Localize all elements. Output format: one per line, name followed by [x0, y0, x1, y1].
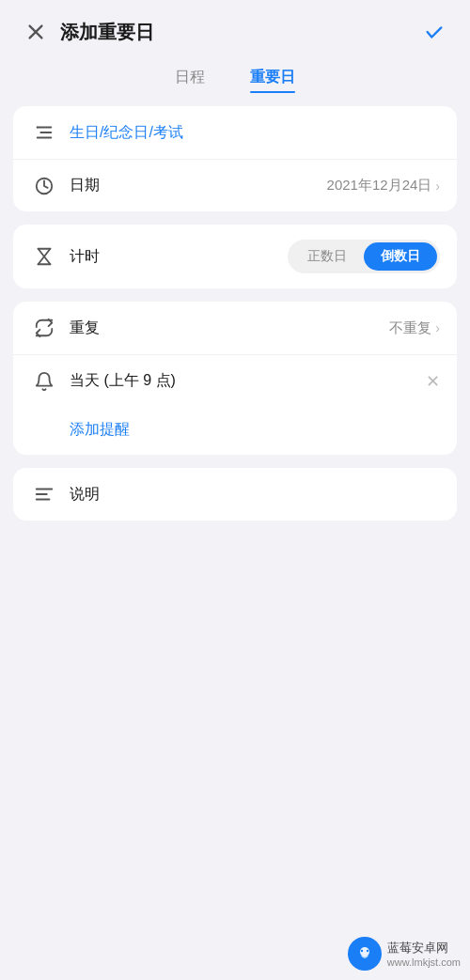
title-row	[13, 106, 457, 159]
confirm-button[interactable]	[419, 17, 449, 47]
clock-icon	[30, 176, 58, 196]
svg-point-12	[367, 950, 368, 952]
repeat-row[interactable]: 重复 不重复 ›	[13, 302, 457, 354]
date-value: 2021年12月24日 ›	[327, 177, 440, 194]
tab-bar: 日程 重要日	[0, 60, 470, 106]
tab-schedule[interactable]: 日程	[175, 68, 205, 91]
timer-icon	[30, 246, 58, 267]
repeat-icon	[30, 318, 58, 338]
note-card: 说明	[13, 468, 457, 521]
reminder-label: 当天 (上午 9 点)	[70, 371, 418, 391]
watermark-text: 蓝莓安卓网 www.lmkjst.com	[387, 940, 461, 968]
bell-icon	[30, 371, 58, 392]
watermark: 蓝莓安卓网 www.lmkjst.com	[348, 937, 461, 971]
tab-important[interactable]: 重要日	[250, 68, 295, 91]
page-title: 添加重要日	[60, 20, 419, 45]
timer-toggle: 正数日 倒数日	[288, 240, 440, 273]
countdown-day-button[interactable]: 倒数日	[364, 242, 437, 271]
svg-point-11	[361, 950, 363, 952]
repeat-reminder-card: 重复 不重复 › 当天 (上午 9 点) ✕ 添加提醒	[13, 302, 457, 455]
date-chevron: ›	[435, 179, 440, 194]
date-label: 日期	[70, 176, 327, 195]
watermark-logo	[348, 937, 382, 971]
close-button[interactable]	[21, 17, 51, 47]
title-date-card: 日期 2021年12月24日 ›	[13, 106, 457, 211]
note-label: 说明	[70, 485, 440, 505]
title-input[interactable]	[70, 124, 440, 141]
remove-reminder-button[interactable]: ✕	[426, 371, 440, 392]
add-reminder-button[interactable]: 添加提醒	[13, 407, 457, 455]
header: 添加重要日	[0, 0, 470, 60]
date-row[interactable]: 日期 2021年12月24日 ›	[13, 159, 457, 211]
note-row[interactable]: 说明	[13, 468, 457, 521]
timer-row: 计时 正数日 倒数日	[13, 225, 457, 288]
repeat-chevron: ›	[435, 320, 440, 335]
note-icon	[30, 484, 58, 505]
reminder-row: 当天 (上午 9 点) ✕	[13, 354, 457, 407]
timer-label: 计时	[70, 247, 288, 267]
timer-card: 计时 正数日 倒数日	[13, 225, 457, 288]
text-icon	[30, 122, 58, 143]
repeat-label: 重复	[70, 319, 389, 338]
positive-day-button[interactable]: 正数日	[290, 242, 364, 271]
repeat-value: 不重复 ›	[389, 319, 440, 337]
